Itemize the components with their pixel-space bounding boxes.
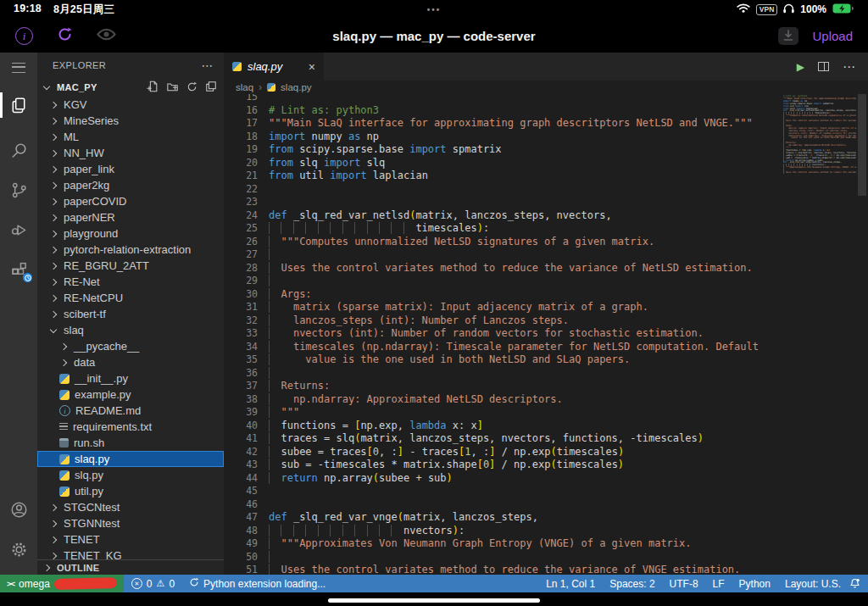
tree-item[interactable]: paper_link xyxy=(37,161,224,177)
code-line[interactable]: 43 sub = -timescales * matrix.shape[0] /… xyxy=(224,459,868,472)
new-file-icon[interactable] xyxy=(147,81,159,94)
code-line[interactable]: 46 xyxy=(224,498,868,512)
tree-item[interactable]: __init__.py xyxy=(37,370,224,386)
code-line[interactable]: 39 """ xyxy=(224,406,868,420)
code-line[interactable]: 16# Lint as: python3 xyxy=(224,104,868,118)
code-line[interactable]: 31 matrix (sparse matrix): Input adjacen… xyxy=(224,301,868,314)
tree-item[interactable]: slq.py xyxy=(37,467,224,483)
breadcrumb-folder[interactable]: slaq xyxy=(236,82,253,92)
refresh-icon[interactable] xyxy=(186,81,198,94)
info-icon[interactable]: i xyxy=(15,27,33,45)
status-item[interactable]: UTF-8 xyxy=(670,578,698,590)
tree-item[interactable]: STGCNtest xyxy=(37,499,224,515)
outline-section[interactable]: OUTLINE xyxy=(37,559,224,575)
status-item[interactable]: Ln 1, Col 1 xyxy=(546,578,595,590)
code-line[interactable]: 51 Uses the control variates method to r… xyxy=(224,564,868,575)
scrollbar[interactable] xyxy=(856,94,868,575)
scrollbar-slider[interactable] xyxy=(858,94,866,196)
explorer-activity-button[interactable] xyxy=(0,91,37,120)
status-item[interactable]: Layout: U.S. xyxy=(785,578,841,590)
code-line[interactable]: 38 np.ndarray: Approximated NetLSD descr… xyxy=(224,393,868,407)
status-item[interactable]: Python xyxy=(739,578,771,590)
tree-item[interactable]: slaq xyxy=(37,322,224,338)
tree-item[interactable]: util.py xyxy=(37,483,224,499)
eye-icon[interactable] xyxy=(97,28,116,44)
account-button[interactable] xyxy=(0,495,37,524)
code-line[interactable]: 33 nvectors (int): Number of random vect… xyxy=(224,327,868,341)
code-line[interactable]: 35 value is the one used in both NetLSD … xyxy=(224,353,868,367)
tree-item[interactable]: slaq.py xyxy=(37,451,224,467)
settings-button[interactable] xyxy=(0,535,37,564)
tree-item[interactable]: KGV xyxy=(37,97,224,113)
problems-indicator[interactable]: ✕ 0 ⚠ 0 xyxy=(124,578,182,590)
tree-item[interactable]: MineSeries xyxy=(37,113,224,129)
code-line[interactable]: 49 """Approximates Von Neumann Graph Ent… xyxy=(224,537,868,551)
code-line[interactable]: 36 xyxy=(224,367,868,381)
code-line[interactable]: 40 functions = [np.exp, lambda x: x] xyxy=(224,420,868,433)
reload-icon[interactable] xyxy=(57,26,73,46)
code-line[interactable]: 26 """Computes unnormalized NetLSD signa… xyxy=(224,236,868,249)
code-line[interactable]: 29 xyxy=(224,275,868,288)
tab-slaq-py[interactable]: slaq.py × xyxy=(224,53,324,81)
code-line[interactable]: 27 xyxy=(224,248,868,262)
code-line[interactable]: 30 Args: xyxy=(224,288,868,302)
workspace-section-header[interactable]: MAC_PY xyxy=(37,78,224,97)
tree-item[interactable]: RE-Net xyxy=(37,274,224,290)
run-button[interactable]: ▶ xyxy=(797,61,804,73)
remote-indicator[interactable]: >< omega xyxy=(0,575,124,592)
code-line[interactable]: 44 return np.array(subee + sub) xyxy=(224,472,868,486)
code-line[interactable]: 21from util import laplacian xyxy=(224,170,868,183)
notifications-bell[interactable] xyxy=(849,578,868,589)
menu-button[interactable] xyxy=(0,56,37,80)
python-loading-status[interactable]: Python extension loading... xyxy=(182,577,332,590)
code-line[interactable]: 41 traces = slq(matrix, lanczos_steps, n… xyxy=(224,432,868,446)
tree-item[interactable]: TENET xyxy=(37,531,224,548)
code-line[interactable]: 47def _slq_red_var_vnge(matrix, lanczos_… xyxy=(224,511,868,525)
tree-item[interactable]: NN_HW xyxy=(37,145,224,161)
tree-item[interactable]: paperCOVID xyxy=(37,193,224,209)
home-indicator[interactable] xyxy=(328,598,540,603)
tree-item[interactable]: ML xyxy=(37,129,224,145)
breadcrumb-file[interactable]: slaq.py xyxy=(281,82,311,92)
upload-button[interactable]: Upload xyxy=(812,29,853,43)
code-line[interactable]: 23 xyxy=(224,196,868,209)
tree-item[interactable]: RE_BGRU_2ATT xyxy=(37,258,224,274)
tree-item[interactable]: STGNNtest xyxy=(37,515,224,531)
minimap[interactable]: # Lint as: python3"""Main SLaQ interface… xyxy=(783,94,856,575)
close-icon[interactable]: × xyxy=(309,61,315,73)
tree-item[interactable]: scibert-tf xyxy=(37,306,224,322)
tree-item[interactable]: RE-NetCPU xyxy=(37,290,224,306)
code-line[interactable]: 37 Returns: xyxy=(224,380,868,393)
code-line[interactable]: 42 subee = traces[0, :] - traces[1, :] /… xyxy=(224,446,868,459)
code-line[interactable]: 50 xyxy=(224,551,868,564)
source-control-activity-button[interactable] xyxy=(0,175,37,204)
code-line[interactable]: 17"""Main SLaQ interface for approximati… xyxy=(224,117,868,131)
tree-item[interactable]: __pycache__ xyxy=(37,338,224,354)
code-line[interactable]: 15 xyxy=(224,94,868,104)
code-editor[interactable]: 1516# Lint as: python317"""Main SLaQ int… xyxy=(224,94,868,575)
status-item[interactable]: LF xyxy=(713,578,725,590)
run-debug-activity-button[interactable] xyxy=(0,215,37,244)
breadcrumb[interactable]: slaq › slaq.py xyxy=(224,81,868,94)
code-line[interactable]: 34 timescales (np.ndarray): Timescale pa… xyxy=(224,341,868,354)
tree-item[interactable]: TENET_KG xyxy=(37,548,224,560)
tree-item[interactable]: iREADME.md xyxy=(37,403,224,419)
code-line[interactable]: 45 xyxy=(224,485,868,498)
status-item[interactable]: Spaces: 2 xyxy=(609,578,654,590)
code-line[interactable]: 25 timescales): xyxy=(224,222,868,236)
code-line[interactable]: 19from scipy.sparse.base import spmatrix xyxy=(224,143,868,157)
tree-item[interactable]: paper2kg xyxy=(37,177,224,193)
new-folder-icon[interactable] xyxy=(166,81,179,94)
tree-item[interactable]: requirements.txt xyxy=(37,419,224,435)
search-activity-button[interactable] xyxy=(0,136,37,164)
code-line[interactable]: 24def _slq_red_var_netlsd(matrix, lanczo… xyxy=(224,209,868,223)
explorer-more-icon[interactable]: ⋯ xyxy=(202,58,214,72)
code-line[interactable]: 28 Uses the control variates method to r… xyxy=(224,262,868,275)
tree-item[interactable]: example.py xyxy=(37,386,224,403)
download-icon[interactable] xyxy=(778,27,798,45)
tree-item[interactable]: playground xyxy=(37,225,224,242)
code-line[interactable]: 48 nvectors): xyxy=(224,525,868,538)
tree-item[interactable]: paperNER xyxy=(37,209,224,225)
collapse-all-icon[interactable] xyxy=(205,81,217,94)
code-line[interactable]: 20from slq import slq xyxy=(224,157,868,170)
